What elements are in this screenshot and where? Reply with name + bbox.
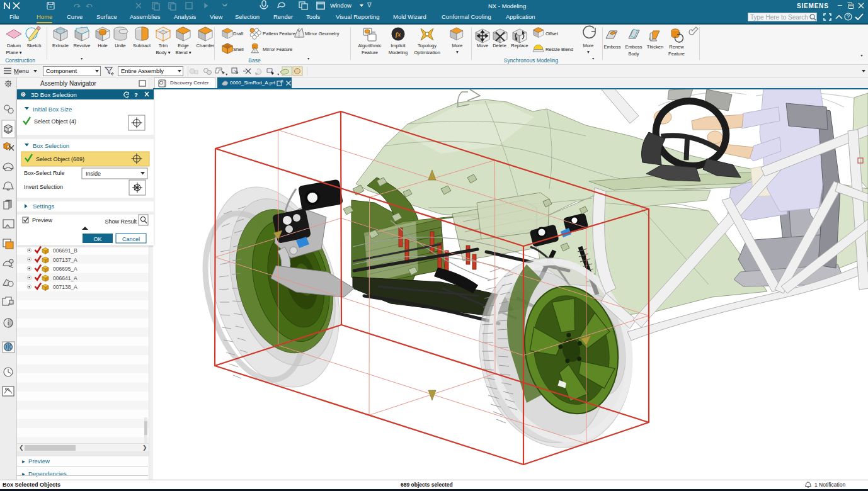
svg-text:Implicit: Implicit (391, 43, 406, 48)
svg-text:Hole: Hole (98, 43, 107, 48)
svg-text:Offset: Offset (545, 31, 559, 37)
svg-text:Select Object (4): Select Object (4) (34, 118, 76, 125)
svg-text:Construction: Construction (5, 57, 35, 64)
svg-text:Move: Move (477, 43, 488, 48)
svg-text:Body: Body (628, 51, 639, 57)
svg-text:Show Result: Show Result (105, 218, 137, 225)
svg-text:Pattern Feature: Pattern Feature (263, 31, 295, 37)
svg-text:Resize Blend: Resize Blend (545, 47, 573, 52)
svg-text:Modeling: Modeling (389, 50, 408, 55)
svg-text:Topology: Topology (418, 43, 437, 48)
svg-text:OK: OK (93, 236, 101, 242)
svg-text:More: More (583, 43, 593, 48)
svg-text:Thicken: Thicken (647, 44, 663, 50)
svg-text:Delete: Delete (493, 43, 506, 48)
svg-text:Body ▾: Body ▾ (156, 50, 171, 55)
svg-text:Algorithmic: Algorithmic (358, 43, 381, 48)
svg-text:Renew: Renew (669, 44, 684, 50)
svg-text:Inside: Inside (86, 171, 101, 177)
svg-text:Box Selection: Box Selection (33, 142, 69, 149)
svg-text:Blend ▾: Blend ▾ (175, 50, 191, 55)
svg-text:Chamfer: Chamfer (197, 43, 215, 48)
svg-text:Mirror Feature: Mirror Feature (263, 47, 293, 52)
svg-text:fx: fx (396, 31, 401, 38)
svg-text:Mirror Geometry: Mirror Geometry (305, 31, 340, 37)
svg-text:Settings: Settings (33, 203, 55, 210)
svg-text:006691_B: 006691_B (53, 247, 77, 254)
svg-text:006695_A: 006695_A (53, 266, 77, 272)
svg-text:More: More (452, 43, 462, 48)
svg-text:▾: ▾ (587, 49, 590, 55)
svg-text:Emboss: Emboss (625, 44, 642, 50)
svg-text:Unite: Unite (115, 43, 126, 48)
svg-text:Synchronous Modeling: Synchronous Modeling (504, 57, 559, 64)
svg-text:Subtract: Subtract (133, 43, 151, 48)
svg-text:Revolve: Revolve (73, 43, 90, 48)
svg-text:Extrude: Extrude (52, 43, 69, 48)
svg-text:Cancel: Cancel (122, 236, 140, 242)
svg-text:Invert Selection: Invert Selection (24, 184, 63, 190)
svg-text:3D Box Selection: 3D Box Selection (31, 91, 77, 98)
svg-text:007138_A: 007138_A (53, 284, 77, 290)
svg-text:007137_A: 007137_A (53, 257, 77, 263)
svg-text:Replace: Replace (511, 43, 528, 48)
svg-text:Box-Select Rule: Box-Select Rule (24, 170, 65, 176)
svg-text:Plane ▾: Plane ▾ (6, 50, 21, 55)
svg-text:i: i (8, 320, 9, 326)
svg-text:Sketch: Sketch (27, 43, 42, 48)
svg-text:Emboss: Emboss (603, 44, 620, 50)
svg-text:006641_A: 006641_A (53, 275, 77, 281)
svg-text:Shell: Shell (233, 47, 244, 52)
svg-text:?: ? (847, 13, 850, 20)
svg-text:Optimization: Optimization (414, 50, 440, 55)
svg-text:Datum: Datum (7, 43, 21, 48)
svg-text:Initial Box Size: Initial Box Size (33, 106, 72, 113)
svg-text:Trim: Trim (159, 43, 168, 48)
svg-text:▾: ▾ (456, 49, 459, 55)
svg-text:?: ? (134, 91, 138, 98)
svg-text:Preview: Preview (32, 217, 53, 223)
svg-text:Edge: Edge (178, 43, 189, 48)
svg-text:Feature: Feature (668, 51, 685, 57)
svg-text:Draft: Draft (233, 31, 244, 37)
svg-text:Base: Base (248, 57, 261, 64)
svg-text:Select Object (689): Select Object (689) (36, 156, 84, 162)
svg-text:Feature: Feature (362, 50, 378, 55)
